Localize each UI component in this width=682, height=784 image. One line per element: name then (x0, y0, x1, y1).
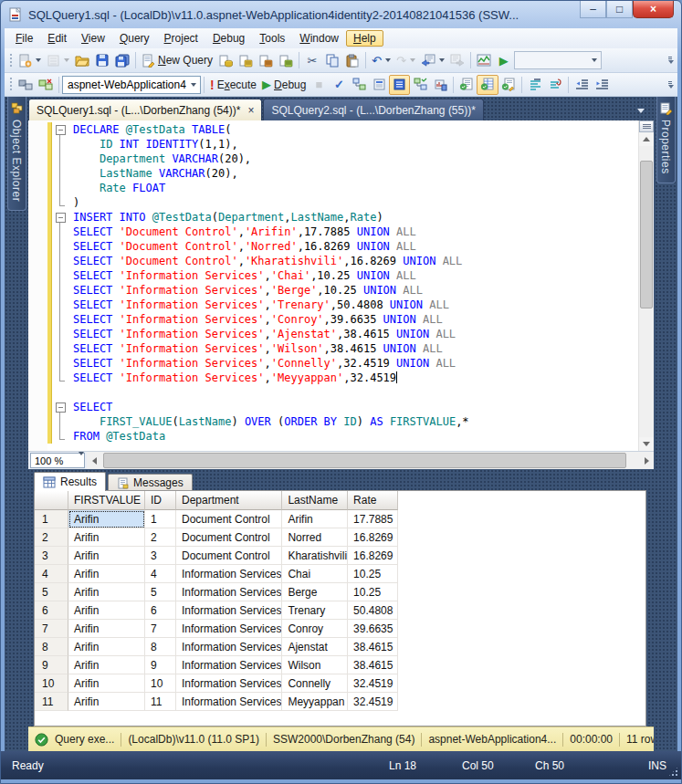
horizontal-scroll-track[interactable] (101, 452, 639, 469)
row-header[interactable]: 11 (35, 693, 68, 711)
grid-cell[interactable]: 2 (145, 528, 176, 547)
stop-button[interactable]: ■ (309, 75, 329, 95)
column-header-department[interactable]: Department (176, 491, 282, 510)
minimize-button[interactable]: – (580, 1, 606, 18)
comment-button[interactable] (525, 75, 545, 95)
navigate-back-button[interactable] (418, 50, 447, 70)
grid-cell[interactable]: Arifin (68, 620, 145, 638)
grid-cell[interactable]: Information Services (176, 674, 282, 693)
menu-edit[interactable]: Edit (40, 30, 74, 47)
database-combo[interactable]: aspnet-WebApplication4ide (62, 76, 201, 94)
menu-view[interactable]: View (74, 30, 112, 47)
increase-indent-button[interactable] (592, 75, 612, 95)
tab-close-icon[interactable]: × (247, 104, 254, 117)
code-line[interactable]: Rate FLOAT (73, 181, 638, 195)
xmla-query-button[interactable] (276, 50, 296, 70)
tab-sqlquery2[interactable]: SQLQuery2.sql - (L...\DorbenZhang (55))* (263, 99, 483, 120)
start-button[interactable]: ▶ (494, 50, 514, 70)
scroll-left-button[interactable] (87, 452, 101, 469)
menu-tools[interactable]: Tools (252, 30, 292, 47)
fold-collapse-box[interactable] (53, 210, 68, 225)
grid-cell[interactable]: Wilson (282, 656, 348, 674)
debug-button[interactable]: ▶ Debug (259, 75, 309, 95)
close-button[interactable]: × (633, 1, 674, 18)
row-header[interactable]: 8 (35, 638, 68, 656)
open-file-button[interactable] (72, 50, 92, 70)
add-item-button[interactable] (44, 50, 72, 70)
grid-cell[interactable]: Information Services (176, 693, 282, 711)
navigate-forward-button[interactable] (447, 50, 467, 70)
grid-cell[interactable]: Information Services (176, 638, 282, 656)
grid-cell[interactable]: 11 (145, 693, 176, 711)
row-header[interactable]: 9 (35, 656, 68, 674)
activity-monitor-button[interactable] (474, 50, 494, 70)
tab-list-dropdown-icon[interactable] (637, 109, 645, 113)
save-button[interactable] (92, 50, 112, 70)
code-line[interactable]: INSERT INTO @TestData(Department,LastNam… (73, 210, 638, 225)
grid-cell[interactable]: 16.8269 (348, 528, 398, 547)
code-line[interactable]: SELECT 'Document Control','Norred',16.82… (73, 239, 638, 254)
grid-cell[interactable]: 8 (145, 638, 176, 656)
grid-cell[interactable]: Kharatishvili (282, 547, 348, 565)
code-line[interactable]: SELECT 'Information Services','Meyyappan… (73, 371, 638, 385)
save-all-button[interactable] (112, 50, 132, 70)
code-line[interactable]: ID INT IDENTITY(1,1), (73, 137, 638, 152)
grid-cell[interactable]: 38.4615 (348, 638, 398, 656)
grid-cell[interactable]: Arifin (282, 510, 348, 528)
code-line[interactable]: SELECT 'Information Services','Chai',10.… (73, 268, 638, 283)
title-bar[interactable]: SQLQuery1.sql - (LocalDb)\v11.0.aspnet-W… (1, 1, 681, 28)
code-line[interactable]: LastName VARCHAR(20), (73, 166, 638, 181)
code-line[interactable]: SELECT (73, 400, 638, 414)
grid-cell[interactable]: 10.25 (348, 565, 398, 583)
code-line[interactable]: SELECT 'Document Control','Arifin',17.78… (73, 225, 638, 239)
code-line[interactable]: SELECT 'Information Services','Trenary',… (73, 298, 638, 312)
grid-cell[interactable]: Meyyappan (282, 693, 348, 711)
row-header[interactable]: 1 (35, 510, 68, 528)
grid-corner-header[interactable] (35, 491, 68, 510)
grid-cell[interactable]: Arifin (68, 656, 145, 674)
grid-cell[interactable]: 10.25 (348, 583, 398, 601)
vertical-scroll-track[interactable] (639, 146, 654, 437)
grid-cell[interactable]: Arifin (68, 510, 145, 528)
grid-cell[interactable]: Norred (282, 528, 348, 547)
code-line[interactable]: FROM @TestData (73, 429, 638, 444)
code-line[interactable]: SELECT 'Information Services','Berge',10… (73, 283, 638, 298)
disconnect-button[interactable] (36, 75, 56, 95)
include-actual-plan-button[interactable] (410, 75, 430, 95)
specify-values-button[interactable] (389, 75, 410, 95)
scroll-up-button[interactable] (639, 132, 654, 146)
row-header[interactable]: 6 (35, 601, 68, 620)
undo-button[interactable]: ↶ (369, 50, 393, 70)
code-line[interactable]: SELECT 'Information Services','Conroy',3… (73, 312, 638, 327)
tab-sqlquery1[interactable]: SQLQuery1.sql - (L...\DorbenZhang (54))*… (28, 99, 262, 120)
grid-cell[interactable]: 5 (145, 583, 176, 601)
split-window-handle[interactable] (639, 120, 654, 132)
column-header-firstvalue[interactable]: FIRSTVALUE (68, 491, 145, 510)
object-explorer-tab[interactable]: Object Explorer (7, 97, 26, 211)
paste-button[interactable] (342, 50, 362, 70)
grid-cell[interactable]: 16.8269 (348, 547, 398, 565)
database-engine-query-button[interactable] (215, 50, 236, 70)
uncomment-button[interactable] (545, 75, 565, 95)
grid-cell[interactable]: Information Services (176, 620, 282, 638)
grid-cell[interactable]: 6 (145, 601, 176, 620)
code-line[interactable]: ) (73, 195, 638, 210)
grid-cell[interactable]: 1 (145, 510, 176, 528)
dmx-query-button[interactable] (256, 50, 276, 70)
editor-vertical-scrollbar[interactable] (638, 120, 654, 451)
column-header-id[interactable]: ID (145, 491, 176, 510)
code-line[interactable]: SELECT 'Document Control','Kharatishvili… (73, 254, 638, 268)
menu-debug[interactable]: Debug (205, 30, 252, 47)
grid-cell[interactable]: 32.4519 (348, 674, 398, 693)
toolbar-grip[interactable] (9, 77, 13, 92)
code-line[interactable]: DECLARE @TestData TABLE( (73, 122, 638, 137)
estimated-plan-button[interactable] (349, 75, 369, 95)
mdx-query-button[interactable] (236, 50, 256, 70)
grid-cell[interactable]: Information Services (176, 656, 282, 674)
client-statistics-button[interactable] (430, 75, 450, 95)
editor-horizontal-scrollbar[interactable] (87, 452, 654, 469)
grid-cell[interactable]: 32.4519 (348, 693, 398, 711)
row-header[interactable]: 2 (35, 528, 68, 547)
menu-window[interactable]: Window (292, 30, 346, 47)
code-line[interactable]: SELECT 'Information Services','Wilson',3… (73, 341, 638, 356)
